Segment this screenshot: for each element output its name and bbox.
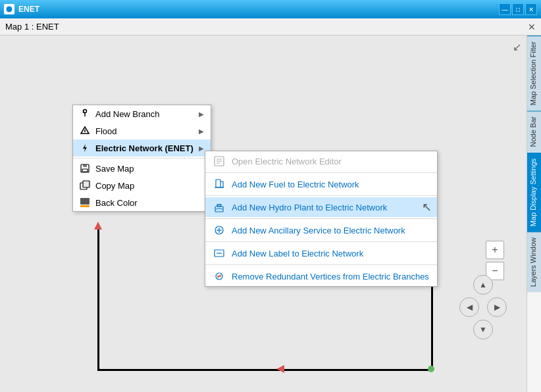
add-fuel-icon bbox=[213, 178, 225, 190]
sidebar-tab-map-selection-filter[interactable]: Map Selection Filter bbox=[527, 36, 542, 110]
submenu-arrow2: ▶ bbox=[199, 128, 204, 135]
svg-rect-16 bbox=[216, 180, 220, 187]
add-ancillary-icon bbox=[213, 224, 225, 236]
ctx-back-color[interactable]: Back Color bbox=[73, 194, 211, 211]
app-title: ENET bbox=[18, 5, 499, 14]
separator4 bbox=[205, 218, 437, 219]
nav-down-button[interactable]: ▼ bbox=[473, 320, 493, 339]
add-hydro-icon bbox=[213, 201, 225, 213]
map-title: Map 1 : ENET bbox=[5, 22, 59, 32]
zoom-in-button[interactable]: + bbox=[486, 241, 504, 259]
separator2 bbox=[205, 172, 437, 173]
ctx2-remove-redundant[interactable]: Remove Redundant Vertices from Electric … bbox=[205, 266, 437, 286]
nav-controls: ▲ ◀ ▶ ▼ bbox=[459, 275, 507, 339]
context-menu-level1: + Add New Branch ▶ Flood ▶ Electric Netw… bbox=[72, 105, 211, 212]
svg-text:+: + bbox=[82, 110, 85, 114]
ctx2-add-label[interactable]: Add New Label to Electric Network bbox=[205, 243, 437, 263]
separator3 bbox=[205, 195, 437, 196]
remove-redundant-icon bbox=[213, 270, 225, 282]
ctx2-add-fuel[interactable]: Add New Fuel to Electric Network bbox=[205, 174, 437, 194]
svg-point-0 bbox=[6, 6, 13, 12]
sidebar-tab-map-display-settings[interactable]: Map Display Settings bbox=[527, 153, 542, 232]
svg-rect-7 bbox=[82, 169, 88, 172]
nav-right-button[interactable]: ▶ bbox=[487, 297, 507, 317]
separator1 bbox=[73, 158, 211, 159]
back-color-icon bbox=[80, 197, 90, 208]
save-map-icon bbox=[80, 163, 90, 174]
separator6 bbox=[205, 264, 437, 265]
ctx2-open-editor[interactable]: Open Electric Network Editor bbox=[205, 151, 437, 171]
add-label-icon bbox=[213, 247, 225, 259]
nav-left-button[interactable]: ◀ bbox=[459, 297, 479, 317]
window-controls: — □ ✕ bbox=[499, 3, 537, 15]
flood-icon bbox=[80, 126, 90, 136]
arrow-left-indicator bbox=[276, 365, 284, 373]
map-line-vertical-right bbox=[431, 285, 433, 371]
sidebar-tab-node-bar[interactable]: Node Bar bbox=[527, 110, 542, 152]
add-branch-icon: + bbox=[80, 109, 90, 119]
map-close-button[interactable]: ✕ bbox=[528, 22, 536, 32]
maximize-button[interactable]: □ bbox=[512, 3, 524, 15]
close-button[interactable]: ✕ bbox=[525, 3, 537, 15]
ctx-flood[interactable]: Flood ▶ bbox=[73, 122, 211, 139]
map-area: ↙ + − ▲ ◀ ▶ ▼ bbox=[0, 36, 527, 392]
app-icon bbox=[4, 4, 14, 14]
electric-network-icon bbox=[80, 143, 90, 153]
ctx2-add-hydro[interactable]: Add New Hydro Plant to Electric Network … bbox=[205, 197, 437, 217]
svg-rect-6 bbox=[83, 164, 87, 167]
ctx-save-map[interactable]: Save Map bbox=[73, 160, 211, 177]
ctx-electric-network[interactable]: Electric Network (ENET) ▶ bbox=[73, 139, 211, 157]
svg-rect-19 bbox=[218, 205, 220, 207]
ctx-copy-map[interactable]: Copy Map bbox=[73, 177, 211, 194]
copy-map-icon bbox=[80, 180, 90, 191]
svg-rect-10 bbox=[80, 198, 90, 205]
arrow-up-indicator bbox=[94, 222, 102, 230]
minimize-button[interactable]: — bbox=[499, 3, 511, 15]
svg-rect-11 bbox=[80, 205, 90, 207]
ctx-add-new-branch[interactable]: + Add New Branch ▶ bbox=[73, 105, 211, 122]
context-menu-level2: Open Electric Network Editor Add New Fue… bbox=[205, 151, 438, 287]
title-bar: ENET — □ ✕ bbox=[0, 0, 541, 18]
map-bar: Map 1 : ENET ✕ bbox=[0, 18, 541, 36]
map-line-vertical-left bbox=[97, 230, 99, 371]
svg-rect-9 bbox=[83, 181, 90, 187]
nav-up-button[interactable]: ▲ bbox=[473, 275, 493, 295]
right-sidebar: Map Selection Filter Node Bar Map Displa… bbox=[527, 36, 541, 392]
separator5 bbox=[205, 241, 437, 242]
node-indicator bbox=[428, 366, 434, 372]
sidebar-tab-layers-window[interactable]: Layers Window bbox=[527, 232, 542, 292]
zoom-controls: + − bbox=[486, 241, 504, 280]
ctx2-add-ancillary[interactable]: Add New Ancillary Service to Electric Ne… bbox=[205, 220, 437, 240]
submenu-arrow: ▶ bbox=[199, 110, 204, 118]
corner-icon[interactable]: ↙ bbox=[513, 41, 521, 53]
map-line-horizontal-bottom bbox=[97, 369, 433, 371]
open-editor-icon bbox=[213, 155, 225, 167]
submenu-arrow3: ▶ bbox=[199, 145, 204, 152]
